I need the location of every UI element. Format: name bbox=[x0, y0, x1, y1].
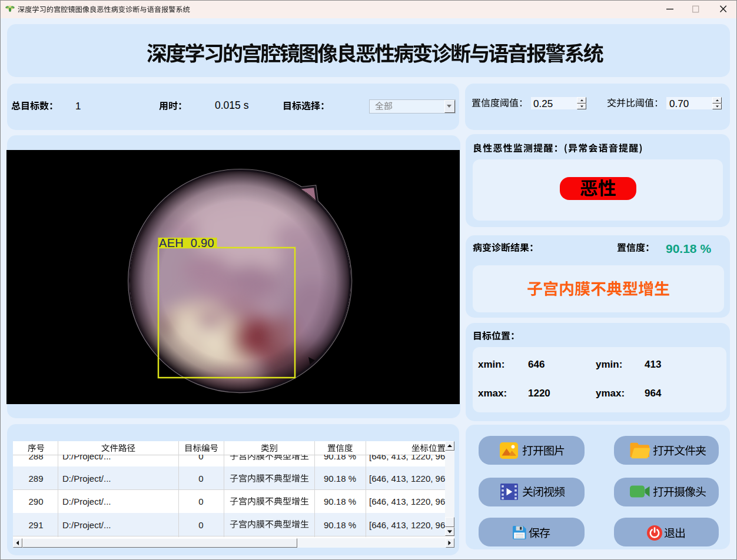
svg-text:AEH 0.90: AEH 0.90 bbox=[159, 236, 214, 249]
